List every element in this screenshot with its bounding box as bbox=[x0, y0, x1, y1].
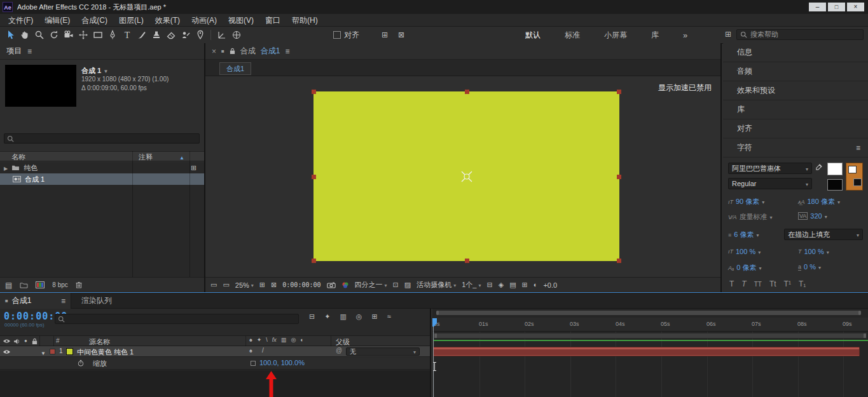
all-caps-icon[interactable] bbox=[754, 279, 762, 288]
panel-menu-icon[interactable] bbox=[61, 297, 65, 305]
new-folder-icon[interactable] bbox=[20, 282, 28, 288]
tsume-control[interactable]: a 0 % bbox=[798, 263, 821, 271]
time-ruler[interactable]: 0s 01s 02s 03s 04s 05s 06s 07s 08s 09s bbox=[432, 318, 868, 332]
magnification-select[interactable]: 25% bbox=[235, 281, 254, 289]
collapse-switch-icon[interactable] bbox=[257, 337, 262, 343]
shy-switch-icon[interactable] bbox=[249, 337, 252, 343]
column-divider[interactable] bbox=[189, 151, 190, 277]
baseline-shift-control[interactable]: Aₐ 0 像素 bbox=[728, 263, 761, 273]
workspace-default[interactable]: 默认 bbox=[525, 30, 541, 41]
eyedropper-icon[interactable] bbox=[815, 164, 822, 171]
panel-character[interactable]: 字符 bbox=[723, 138, 868, 158]
mask-path-visibility-icon[interactable] bbox=[271, 281, 277, 288]
camera-view-select[interactable]: 活动摄像机 bbox=[417, 280, 456, 290]
lock-icon[interactable] bbox=[230, 48, 235, 55]
selection-handle[interactable] bbox=[617, 90, 621, 94]
fill-stroke-color-group[interactable] bbox=[846, 163, 863, 191]
render-queue-tab[interactable]: 渲染队列 bbox=[81, 293, 112, 309]
always-preview-icon[interactable] bbox=[210, 281, 217, 288]
property-name[interactable]: 缩放 bbox=[93, 359, 107, 368]
column-index[interactable]: # bbox=[56, 337, 60, 344]
tracking-value[interactable]: 320 bbox=[810, 212, 822, 220]
snap-checkbox[interactable] bbox=[333, 31, 341, 39]
snapshot-icon[interactable] bbox=[327, 282, 336, 288]
font-style-select[interactable]: Regular bbox=[728, 178, 812, 189]
local-axis-mode-icon[interactable] bbox=[214, 28, 229, 42]
motion-blur-icon[interactable] bbox=[356, 313, 362, 320]
selection-handle[interactable] bbox=[465, 259, 469, 263]
panel-menu-icon[interactable] bbox=[286, 48, 290, 55]
mask-feather-icon[interactable] bbox=[382, 31, 388, 39]
font-family-select[interactable]: 阿里巴巴普惠体 bbox=[728, 163, 812, 174]
project-tab[interactable]: 项目 bbox=[0, 43, 204, 60]
exposure-value[interactable]: +0.0 bbox=[543, 281, 557, 289]
baseline-shift-value[interactable]: 0 像素 bbox=[736, 263, 756, 273]
column-source-name[interactable]: 源名称 bbox=[89, 337, 110, 347]
solid-layer-rect[interactable] bbox=[313, 91, 619, 261]
vertical-scale-value[interactable]: 100 % bbox=[736, 248, 755, 255]
tracking-control[interactable]: VA 320 bbox=[798, 212, 827, 220]
viewer-panel-label[interactable]: 合成 bbox=[240, 46, 256, 57]
layer-name[interactable]: 中间色黄色 纯色 1 bbox=[77, 347, 134, 357]
menu-help[interactable]: 帮助(H) bbox=[286, 14, 324, 27]
horizontal-scale-value[interactable]: 100 % bbox=[804, 248, 824, 255]
anchor-point-icon[interactable] bbox=[458, 168, 475, 185]
menu-view[interactable]: 视图(V) bbox=[223, 14, 259, 27]
parent-pickwhip-icon[interactable] bbox=[336, 347, 342, 354]
menu-effect[interactable]: 效果(T) bbox=[149, 14, 186, 27]
workspace-standard[interactable]: 标准 bbox=[565, 30, 580, 41]
selection-handle[interactable] bbox=[617, 175, 621, 179]
layer-quality-toggle[interactable] bbox=[262, 347, 264, 354]
selection-tool-icon[interactable] bbox=[3, 28, 17, 42]
eraser-tool-icon[interactable] bbox=[163, 28, 178, 42]
panel-menu-icon[interactable] bbox=[856, 144, 860, 152]
column-name[interactable]: 名称 bbox=[11, 152, 25, 162]
parent-select[interactable]: 无 bbox=[346, 347, 420, 356]
leading-control[interactable]: ᴀ̲A 180 像素 bbox=[798, 197, 840, 206]
new-composition-icon[interactable] bbox=[36, 281, 45, 288]
stroke-width-control[interactable]: ≡ 6 像素 bbox=[728, 230, 759, 239]
chevron-down-icon[interactable] bbox=[756, 231, 759, 238]
shy-layers-icon[interactable] bbox=[324, 313, 330, 320]
effects-switch-icon[interactable] bbox=[272, 337, 277, 343]
rotate-tool-icon[interactable] bbox=[46, 28, 61, 42]
help-search-input[interactable]: 搜索帮助 bbox=[736, 29, 864, 40]
comp-mini-flowchart-icon[interactable] bbox=[309, 313, 315, 320]
subscript-icon[interactable] bbox=[799, 279, 806, 288]
chevron-down-icon[interactable] bbox=[825, 213, 827, 220]
tsume-value[interactable]: 0 % bbox=[804, 263, 816, 271]
faux-italic-icon[interactable] bbox=[741, 279, 746, 288]
timeline-track-area[interactable]: 0s 01s 02s 03s 04s 05s 06s 07s 08s 09s bbox=[432, 309, 868, 397]
workspace-overflow[interactable]: » bbox=[683, 30, 687, 40]
panel-audio[interactable]: 音频 bbox=[723, 62, 868, 81]
menu-composition[interactable]: 合成(C) bbox=[76, 14, 113, 27]
scale-value[interactable]: 100.0, 100.0% bbox=[259, 359, 305, 367]
timeline-comp-tab[interactable]: 合成1 bbox=[0, 293, 71, 309]
layer-shy-toggle[interactable] bbox=[249, 348, 252, 354]
pixel-aspect-correction-icon[interactable] bbox=[486, 281, 492, 288]
column-comment[interactable]: 注释 bbox=[139, 152, 153, 162]
rectangle-tool-icon[interactable] bbox=[90, 28, 105, 42]
panel-align[interactable]: 对齐 bbox=[723, 119, 868, 138]
eye-icon[interactable] bbox=[3, 339, 11, 344]
grid-guides-icon[interactable] bbox=[259, 281, 265, 288]
chevron-down-icon[interactable] bbox=[818, 264, 821, 271]
flowchart-icon[interactable] bbox=[522, 281, 528, 288]
composition-canvas[interactable]: 显示加速已禁用 bbox=[205, 76, 720, 277]
audio-icon[interactable] bbox=[13, 339, 20, 344]
main-viewer-icon[interactable] bbox=[223, 281, 229, 288]
horizontal-scale-control[interactable]: T 100 % bbox=[798, 248, 829, 255]
chevron-down-icon[interactable] bbox=[758, 248, 761, 255]
stopwatch-icon[interactable] bbox=[78, 360, 84, 367]
chevron-down-icon[interactable] bbox=[770, 213, 773, 220]
brush-tool-icon[interactable] bbox=[134, 28, 149, 42]
eye-icon[interactable] bbox=[3, 349, 11, 354]
pan-behind-tool-icon[interactable] bbox=[76, 28, 90, 42]
work-area-bar[interactable] bbox=[434, 333, 867, 339]
kerning-value[interactable]: 度量标准 bbox=[740, 212, 768, 222]
expand-arrow-icon[interactable] bbox=[4, 165, 8, 172]
solo-icon[interactable] bbox=[24, 339, 27, 344]
selection-handle[interactable] bbox=[312, 90, 316, 94]
close-button[interactable] bbox=[847, 3, 864, 11]
resolution-select[interactable]: 四分之一 bbox=[355, 280, 387, 290]
